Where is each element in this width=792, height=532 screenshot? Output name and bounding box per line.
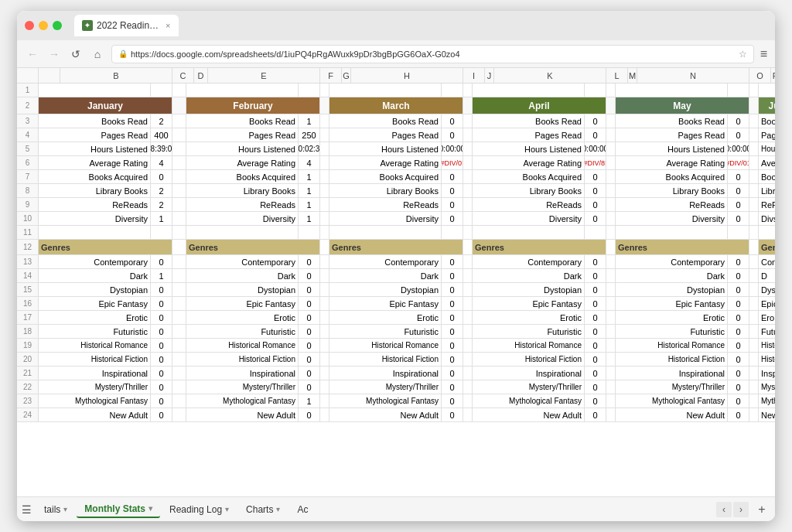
- label-hours-feb[interactable]: Hours Listened: [186, 142, 299, 155]
- cell-j2[interactable]: [463, 97, 473, 114]
- val-diversity-feb[interactable]: 1: [299, 212, 320, 225]
- add-sheet-button[interactable]: +: [753, 501, 770, 518]
- label-books-read-may[interactable]: Books Read: [616, 114, 728, 128]
- minimize-button[interactable]: [39, 21, 48, 30]
- cell-q1[interactable]: [759, 84, 775, 97]
- tab-close-button[interactable]: ×: [166, 21, 170, 30]
- val-books-acq-may[interactable]: 0: [728, 170, 749, 183]
- tab-monthly-stats[interactable]: Monthly Stats ▾: [77, 501, 160, 518]
- may-header[interactable]: May: [616, 97, 749, 114]
- april-header[interactable]: April: [473, 97, 606, 114]
- label-avg-rating-apr[interactable]: Average Rating: [473, 156, 585, 169]
- val-avg-rating-mar[interactable]: #DIV/0!: [442, 156, 463, 169]
- col-header-c[interactable]: C: [172, 68, 194, 83]
- val-hours-apr[interactable]: 0:00:00: [585, 142, 606, 155]
- val-avg-rating-jan[interactable]: 4: [151, 156, 172, 169]
- label-books-acq-may[interactable]: Books Acquired: [616, 170, 728, 183]
- cell-p2[interactable]: [749, 97, 759, 114]
- cell-c1[interactable]: [151, 84, 172, 97]
- label-lib-books-feb[interactable]: Library Books: [186, 184, 299, 197]
- january-header[interactable]: January: [39, 97, 172, 114]
- march-header[interactable]: March: [329, 97, 463, 114]
- label-avg-rating-jan[interactable]: Average Rating: [39, 156, 151, 169]
- col-header-n[interactable]: N: [637, 68, 749, 83]
- label-pages-read-mar[interactable]: Pages Read: [329, 128, 442, 142]
- val-avg-rating-jun[interactable]: Average Ra: [759, 156, 775, 169]
- browser-menu-icon[interactable]: ≡: [760, 47, 767, 61]
- home-button[interactable]: ⌂: [90, 46, 105, 62]
- label-rereads-feb[interactable]: ReReads: [186, 198, 299, 211]
- val-avg-rating-apr[interactable]: #DIV/8!: [585, 156, 606, 169]
- col-header-m[interactable]: M: [628, 68, 637, 83]
- label-diversity-jan[interactable]: Diversity: [39, 212, 151, 225]
- genres-header-jun[interactable]: Genres: [759, 240, 775, 254]
- genres-header-feb[interactable]: Genres: [186, 240, 320, 254]
- val-books-read-may[interactable]: 0: [728, 114, 749, 128]
- sheet-next-button[interactable]: ›: [733, 502, 749, 517]
- label-books-read-jan[interactable]: Books Read: [39, 114, 151, 128]
- genres-header-mar[interactable]: Genres: [329, 240, 463, 254]
- val-rereads-feb[interactable]: 1: [299, 198, 320, 211]
- col-header-g[interactable]: G: [342, 68, 351, 83]
- col-header-f[interactable]: F: [320, 68, 342, 83]
- cell-m1[interactable]: [606, 84, 616, 97]
- cell-n1[interactable]: [616, 84, 728, 97]
- col-header-e[interactable]: E: [208, 68, 320, 83]
- col-header-b[interactable]: B: [60, 68, 172, 83]
- maximize-button[interactable]: [53, 21, 62, 30]
- genres-header-jan[interactable]: Genres: [39, 240, 172, 254]
- val-pages-read-mar[interactable]: 0: [442, 128, 463, 142]
- cell-o1[interactable]: [728, 84, 749, 97]
- val-books-acq-feb[interactable]: 1: [299, 170, 320, 183]
- label-books-read-apr[interactable]: Books Read: [473, 114, 585, 128]
- val-pages-read-may[interactable]: 0: [728, 128, 749, 142]
- label-diversity-mar[interactable]: Diversity: [329, 212, 442, 225]
- label-pages-read-feb[interactable]: Pages Read: [186, 128, 299, 142]
- val-books-read-apr[interactable]: 0: [585, 114, 606, 128]
- cell-d2[interactable]: [172, 97, 186, 114]
- cell-b1[interactable]: [39, 84, 151, 97]
- val-pages-read-jun[interactable]: Pages Re: [759, 128, 775, 142]
- val-lib-books-may[interactable]: 0: [728, 184, 749, 197]
- label-hours-mar[interactable]: Hours Listened: [329, 142, 442, 155]
- label-pages-read-jan[interactable]: Pages Read: [39, 128, 151, 142]
- val-diversity-jan[interactable]: 1: [151, 212, 172, 225]
- bookmark-icon[interactable]: ☆: [739, 49, 747, 60]
- label-books-acq-apr[interactable]: Books Acquired: [473, 170, 585, 183]
- val-books-acq-jan[interactable]: 0: [151, 170, 172, 183]
- refresh-button[interactable]: ↺: [68, 46, 84, 62]
- label-lib-books-may[interactable]: Library Books: [616, 184, 728, 197]
- col-header-l[interactable]: L: [606, 68, 628, 83]
- cell-g1[interactable]: [320, 84, 329, 97]
- col-header-d[interactable]: D: [194, 68, 208, 83]
- val-books-acq-apr[interactable]: 0: [585, 170, 606, 183]
- label-hours-jan[interactable]: Hours Listened: [39, 142, 151, 155]
- val-diversity-jun[interactable]: Divse: [759, 212, 775, 225]
- label-rereads-apr[interactable]: ReReads: [473, 198, 585, 211]
- col-header-h[interactable]: H: [351, 68, 463, 83]
- label-diversity-feb[interactable]: Diversity: [186, 212, 299, 225]
- label-pages-read-apr[interactable]: Pages Read: [473, 128, 585, 142]
- cell-l1[interactable]: [585, 84, 606, 97]
- cell-i1[interactable]: [442, 84, 463, 97]
- val-diversity-may[interactable]: 0: [728, 212, 749, 225]
- cell-p1[interactable]: [749, 84, 759, 97]
- col-header-j[interactable]: J: [485, 68, 494, 83]
- val-books-acq-mar[interactable]: 0: [442, 170, 463, 183]
- tab-monthly-stats-arrow[interactable]: ▾: [148, 504, 152, 513]
- val-hours-jan[interactable]: 18:39:00: [151, 142, 172, 155]
- label-rereads-jan[interactable]: ReReads: [39, 198, 151, 211]
- val-hours-jun[interactable]: Hours Liste: [759, 142, 775, 155]
- val-books-read-jan[interactable]: 2: [151, 114, 172, 128]
- val-diversity-apr[interactable]: 0: [585, 212, 606, 225]
- cell-g2[interactable]: [320, 97, 329, 114]
- val-books-acq-jun[interactable]: Books Acqu: [759, 170, 775, 183]
- val-books-read-jun[interactable]: Books Re: [759, 114, 775, 128]
- label-hours-may[interactable]: Hours Listened: [616, 142, 728, 155]
- label-lib-books-mar[interactable]: Library Books: [329, 184, 442, 197]
- close-button[interactable]: [25, 21, 34, 30]
- val-avg-rating-may[interactable]: #DIV/01: [728, 156, 749, 169]
- val-hours-may[interactable]: 0:00:00: [728, 142, 749, 155]
- col-header-p[interactable]: P: [771, 68, 775, 83]
- label-books-read-mar[interactable]: Books Read: [329, 114, 442, 128]
